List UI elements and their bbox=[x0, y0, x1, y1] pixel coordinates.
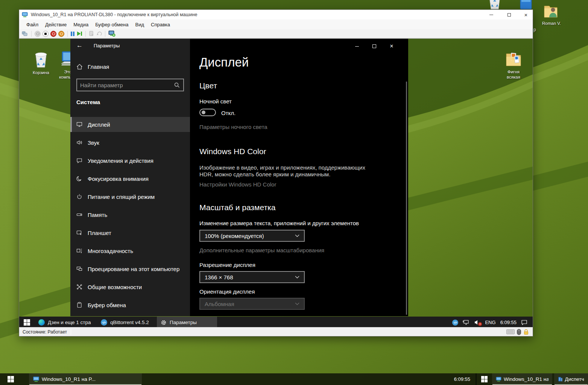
vmconnect-titlebar[interactable]: Windows_10_R1 на PROLIANT-DL380 - подклю… bbox=[19, 10, 533, 20]
orientation-label: Ориентация дисплея bbox=[199, 288, 255, 295]
menu-clipboard[interactable]: Буфер обмена bbox=[92, 20, 132, 29]
volume-muted-icon[interactable]: × bbox=[474, 320, 480, 325]
turn-off-button[interactable] bbox=[43, 31, 49, 37]
sidebar-item-notifications[interactable]: Уведомления и действия bbox=[70, 153, 190, 168]
shut-down-button[interactable] bbox=[50, 31, 56, 37]
night-light-settings-link[interactable]: Параметры ночного света bbox=[199, 124, 267, 130]
menu-action[interactable]: Действие bbox=[42, 20, 70, 29]
vm-taskbar-edge[interactable]: Дзен и еще 1 страни... bbox=[35, 317, 95, 328]
vm-taskbar-settings[interactable]: Параметры bbox=[157, 317, 217, 328]
sidebar-item-label: Общие возможности bbox=[88, 284, 142, 290]
settings-minimize-button[interactable] bbox=[351, 42, 363, 51]
settings-close-button[interactable]: × bbox=[386, 42, 398, 51]
host-desktop-icon-clipped-bin[interactable] bbox=[486, 0, 504, 10]
icon-label: всякая bbox=[501, 74, 526, 80]
settings-window: ← Параметры Главная Система Дисплей bbox=[70, 39, 408, 316]
pause-button[interactable] bbox=[71, 32, 74, 36]
scale-dropdown[interactable]: 100% (рекомендуется) bbox=[199, 230, 305, 242]
sidebar-item-shared-experiences[interactable]: Общие возможности bbox=[70, 279, 190, 294]
checkpoint-button[interactable] bbox=[89, 31, 94, 36]
hdr-heading: Windows HD Color bbox=[199, 147, 266, 156]
host-desktop-icon-roman[interactable]: Roman V. bbox=[539, 3, 564, 26]
close-button[interactable]: × bbox=[520, 11, 532, 18]
vm-taskbar-qbittorrent[interactable]: qb qBittorrent v4.5.2 bbox=[97, 317, 156, 328]
sidebar-item-tablet[interactable]: Планшет bbox=[70, 225, 190, 240]
hyperv-vm-icon bbox=[496, 376, 501, 382]
settings-search-box[interactable] bbox=[76, 79, 184, 91]
maximize-button[interactable] bbox=[503, 11, 515, 18]
taskbar-item-label: Windows_10_R1 на P... bbox=[504, 376, 548, 382]
reset-button[interactable] bbox=[76, 31, 82, 36]
orientation-value: Альбомная bbox=[205, 301, 234, 307]
network-tray-icon[interactable] bbox=[463, 320, 469, 326]
ctrl-alt-del-button[interactable] bbox=[21, 31, 28, 37]
sidebar-item-multitasking[interactable]: Многозадачность bbox=[70, 243, 190, 258]
chevron-down-icon bbox=[295, 302, 299, 305]
sidebar-item-clipboard[interactable]: Буфер обмена bbox=[70, 297, 190, 312]
sidebar-item-label: Проецирование на этот компьютер bbox=[88, 266, 179, 272]
sidebar-item-power-sleep[interactable]: Питание и спящий режим bbox=[70, 189, 190, 204]
sidebar-item-label: Уведомления и действия bbox=[88, 158, 153, 164]
vm-desktop-icon-recycle-bin[interactable]: Корзина bbox=[28, 50, 54, 75]
pictures-folder-icon bbox=[505, 51, 522, 68]
minimize-button[interactable] bbox=[485, 11, 498, 18]
vm-system-tray: qb × ENG 6:09:55 bbox=[452, 320, 533, 326]
revert-button[interactable] bbox=[96, 31, 102, 36]
sidebar-item-label: Буфер обмена bbox=[88, 302, 126, 308]
back-button[interactable]: ← bbox=[76, 42, 83, 49]
vm-clock[interactable]: 6:09:55 bbox=[500, 320, 517, 325]
windows-logo-icon bbox=[481, 376, 488, 382]
sidebar-item-focus-assist[interactable]: Фокусировка внимания bbox=[70, 171, 190, 186]
vm-start-button[interactable] bbox=[19, 319, 35, 326]
sidebar-item-storage[interactable]: Память bbox=[70, 207, 190, 222]
menu-help[interactable]: Справка bbox=[147, 20, 173, 29]
hdr-settings-link[interactable]: Настройки Windows HD Color bbox=[199, 181, 276, 188]
menu-media[interactable]: Медиа bbox=[70, 20, 92, 29]
settings-sidebar: ← Параметры Главная Система Дисплей bbox=[70, 39, 190, 316]
settings-scrollbar[interactable] bbox=[406, 82, 407, 315]
clipboard-icon bbox=[76, 302, 82, 308]
sidebar-item-projecting[interactable]: Проецирование на этот компьютер bbox=[70, 261, 190, 276]
shared-experiences-icon bbox=[76, 284, 82, 290]
search-icon bbox=[174, 82, 180, 88]
search-input[interactable] bbox=[77, 82, 174, 88]
hyperv-vm-icon bbox=[22, 12, 28, 18]
toolbar-separator bbox=[31, 31, 32, 37]
toolbar-separator bbox=[85, 31, 86, 37]
enhanced-session-button[interactable] bbox=[108, 30, 115, 37]
action-center-icon[interactable] bbox=[521, 320, 527, 325]
host-taskbar-task-manager[interactable]: Диспетчер bbox=[554, 373, 588, 385]
settings-main: × Дисплей Цвет Ночной свет Откл. Парамет… bbox=[190, 39, 408, 316]
host-taskbar-vm-window[interactable]: Windows_10_R1 на P... bbox=[29, 373, 142, 385]
recycle-bin-icon bbox=[32, 50, 50, 69]
sidebar-item-sound[interactable]: Звук bbox=[70, 135, 190, 150]
statusbar-separator bbox=[71, 329, 71, 335]
start-vm-button[interactable] bbox=[35, 31, 41, 37]
settings-maximize-button[interactable] bbox=[368, 42, 380, 51]
host-start-button-2[interactable] bbox=[477, 376, 492, 382]
qbittorrent-tray-icon[interactable]: qb bbox=[452, 320, 458, 326]
scale-heading: Масштаб и разметка bbox=[199, 203, 275, 212]
vm-desktop-icon-misc-folder[interactable]: Фигня всякая bbox=[501, 51, 526, 80]
orientation-dropdown[interactable]: Альбомная bbox=[199, 298, 305, 310]
screen: Roman V. р Windows_10_R1 на PROLIANT-DL3… bbox=[0, 0, 588, 385]
resolution-dropdown[interactable]: 1366 × 768 bbox=[199, 271, 305, 283]
language-indicator[interactable]: ENG bbox=[485, 320, 495, 325]
night-light-toggle[interactable] bbox=[199, 109, 216, 116]
vm-taskbar: Дзен и еще 1 страни... qb qBittorrent v4… bbox=[19, 317, 533, 328]
sidebar-item-display[interactable]: Дисплей bbox=[70, 117, 190, 132]
notifications-icon bbox=[76, 158, 82, 164]
windows-logo-icon bbox=[24, 319, 30, 326]
host-taskbar-vm-window-2[interactable]: Windows_10_R1 на P... bbox=[492, 373, 552, 385]
menu-view[interactable]: Вид bbox=[132, 20, 147, 29]
windows-logo-icon bbox=[8, 376, 14, 382]
save-vm-button[interactable] bbox=[58, 31, 64, 37]
vm-screen: Корзина Этот компьюте bbox=[19, 38, 533, 328]
menu-file[interactable]: Файл bbox=[23, 20, 42, 29]
host-start-button[interactable] bbox=[0, 376, 19, 382]
sidebar-item-home[interactable]: Главная bbox=[88, 64, 109, 70]
taskbar-item-label: Windows_10_R1 на P... bbox=[42, 376, 96, 382]
host-clock[interactable]: 6:09:55 bbox=[454, 376, 476, 382]
advanced-scaling-link[interactable]: Дополнительные параметры масштабирования bbox=[199, 247, 324, 253]
qbittorrent-icon: qb bbox=[101, 319, 107, 326]
